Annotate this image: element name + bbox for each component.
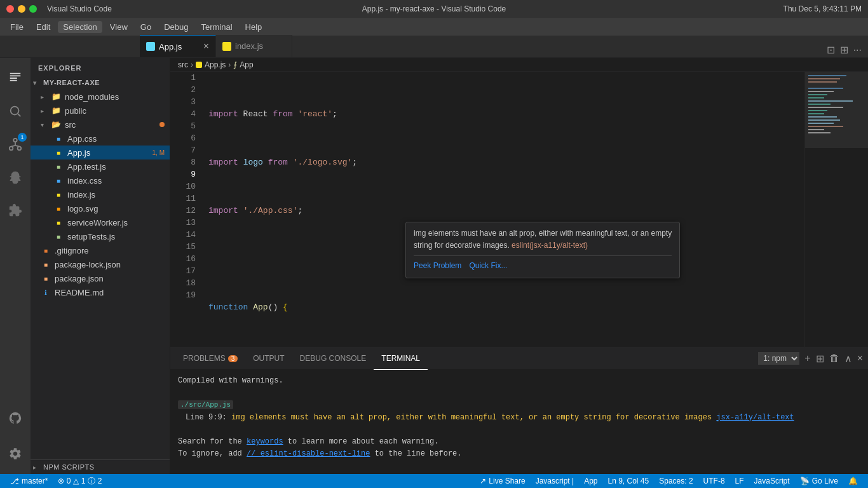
peek-problem-button[interactable]: Peek Problem [414,260,461,272]
project-root[interactable]: ▾ MY-REACT-AXE [31,76,170,90]
title-bar-right: Thu Dec 5, 9:43:11 PM [783,4,862,13]
tree-public[interactable]: ▸ 📁 public [31,104,170,118]
activity-explorer[interactable] [0,63,31,93]
status-language[interactable]: JavaScript [749,474,795,488]
tab-close-appjs[interactable]: × [203,41,209,51]
npm-scripts-header[interactable]: ▸ NPM SCRIPTS [31,460,170,474]
tree-item-label: .gitignore [55,246,88,255]
activity-search[interactable] [0,96,31,126]
tab-icon-appjs [146,42,155,51]
activity-settings[interactable] [0,438,31,469]
tab-label-indexjs: index.js [235,41,263,51]
css-file-icon: ■ [53,133,64,144]
status-errors[interactable]: ⊗ 0 △ 1 ⓘ 2 [53,474,107,488]
maximize-panel-button[interactable]: ∧ [844,353,852,365]
menu-terminal[interactable]: Terminal [196,21,237,33]
minimap-svg [805,72,868,313]
minimize-button[interactable] [18,5,25,13]
tree-appcss[interactable]: ■ App.css [31,132,170,146]
terminal-content[interactable]: Compiled with warnings. ./src/App.js Lin… [170,370,868,474]
status-bell[interactable]: 🔔 [843,474,863,488]
tree-item-label: index.css [67,176,102,186]
status-eol[interactable]: LF [730,474,749,488]
menu-debug[interactable]: Debug [159,21,193,33]
window-controls[interactable] [6,5,37,13]
breadcrumb-sep2: › [228,60,231,69]
menu-selection[interactable]: Selection [58,21,102,33]
more-button[interactable]: ··· [852,43,863,57]
new-terminal-button[interactable]: + [804,353,810,364]
terminal-path: ./src/App.js [178,400,233,409]
tab-icon-indexjs [222,42,231,51]
activity-extensions[interactable] [0,195,31,226]
status-encoding[interactable]: UTF-8 [698,474,730,488]
file-badge: 1, M [153,149,165,156]
terminal-dropdown[interactable]: 1: npm [758,352,799,365]
tab-appjs[interactable]: App.js × [140,35,216,57]
status-javascript[interactable]: Javascript | [531,474,579,488]
tree-src[interactable]: ▾ 📂 src [31,118,170,132]
close-panel-button[interactable]: × [857,353,863,364]
status-app[interactable]: App [579,474,602,488]
tree-apptestjs[interactable]: ■ App.test.js [31,159,170,173]
tab-indexjs[interactable]: index.js [216,35,292,57]
maximize-button[interactable] [29,5,37,13]
activity-scm[interactable]: 1 [0,129,31,159]
terminal-link-alttext[interactable]: jsx-a11y/alt-text [716,413,794,422]
spaces-label: Spaces: 2 [659,477,693,485]
tree-item-label: package.json [55,274,104,283]
tree-readmemd[interactable]: ℹ README.md [31,285,170,299]
bottom-panel: PROBLEMS 3 OUTPUT DEBUG CONSOLE TERMINAL… [170,347,868,474]
svg-file-icon: ■ [53,203,64,214]
tab-output[interactable]: OUTPUT [245,348,292,370]
menu-edit[interactable]: Edit [31,21,55,33]
split-terminal-button[interactable]: ⊞ [816,353,824,365]
quick-fix-button[interactable]: Quick Fix... [469,260,507,272]
tree-packagejson[interactable]: ■ package.json [31,271,170,285]
tree-node-modules[interactable]: ▸ 📁 node_modules [31,90,170,104]
menu-file[interactable]: File [5,21,29,33]
split-editor-button[interactable]: ⊡ [825,43,836,57]
menu-go[interactable]: Go [135,21,156,33]
breadcrumb-src[interactable]: src [178,60,188,69]
eol-label: LF [735,477,744,485]
menu-view[interactable]: View [105,21,133,33]
panel-tabs: PROBLEMS 3 OUTPUT DEBUG CONSOLE TERMINAL… [170,348,868,370]
close-button[interactable] [6,5,14,13]
code-editor[interactable]: import React from 'react'; import logo f… [202,72,804,347]
liveshare-icon: ↗ [480,477,486,485]
activity-github[interactable] [0,403,31,433]
status-branch[interactable]: ⎇ master* [5,474,53,488]
status-liveshare[interactable]: ↗ Live Share [475,474,530,488]
debug-console-label: DEBUG CONSOLE [300,354,367,363]
line-num-11: 11 [170,193,196,205]
layout-button[interactable]: ⊞ [839,43,850,57]
breadcrumb-app[interactable]: ⨍App [233,60,253,69]
status-ln-col[interactable]: Ln 9, Col 45 [603,474,654,488]
activity-bar: 1 [0,58,31,474]
tab-problems[interactable]: PROBLEMS 3 [175,348,245,370]
menu-help[interactable]: Help [240,21,268,33]
line-num-9: 9 [170,168,196,180]
sidebar: EXPLORER ▾ MY-REACT-AXE ▸ 📁 node_modules… [31,58,170,474]
tab-debug-console[interactable]: DEBUG CONSOLE [292,348,374,370]
terminal-link-keywords[interactable]: keywords [247,437,283,446]
status-golive[interactable]: 📡 Go Live [795,474,843,488]
breadcrumb-appjs[interactable]: App.js [196,60,226,69]
code-area: 1 2 3 4 5 6 7 8 9 10 11 12 13 14 15 16 1 [170,72,868,347]
activity-debug[interactable] [0,162,31,193]
line-num-8: 8 [170,156,196,168]
tree-appjs[interactable]: ■ App.js 1, M [31,146,170,159]
tree-serviceworker[interactable]: ■ serviceWorker.js [31,215,170,229]
tree-indexjs[interactable]: ■ index.js [31,187,170,201]
terminal-line-2 [178,387,860,399]
tree-logosvg[interactable]: ■ logo.svg [31,201,170,215]
tree-setuptests[interactable]: ■ setupTests.js [31,229,170,243]
tree-packagelock[interactable]: ■ package-lock.json [31,257,170,271]
terminal-line-8 [178,460,860,472]
tree-indexcss[interactable]: ■ index.css [31,173,170,187]
tree-gitignore[interactable]: ■ .gitignore [31,243,170,257]
tab-terminal[interactable]: TERMINAL [374,348,428,370]
kill-terminal-button[interactable]: 🗑 [829,353,839,364]
status-spaces[interactable]: Spaces: 2 [654,474,698,488]
